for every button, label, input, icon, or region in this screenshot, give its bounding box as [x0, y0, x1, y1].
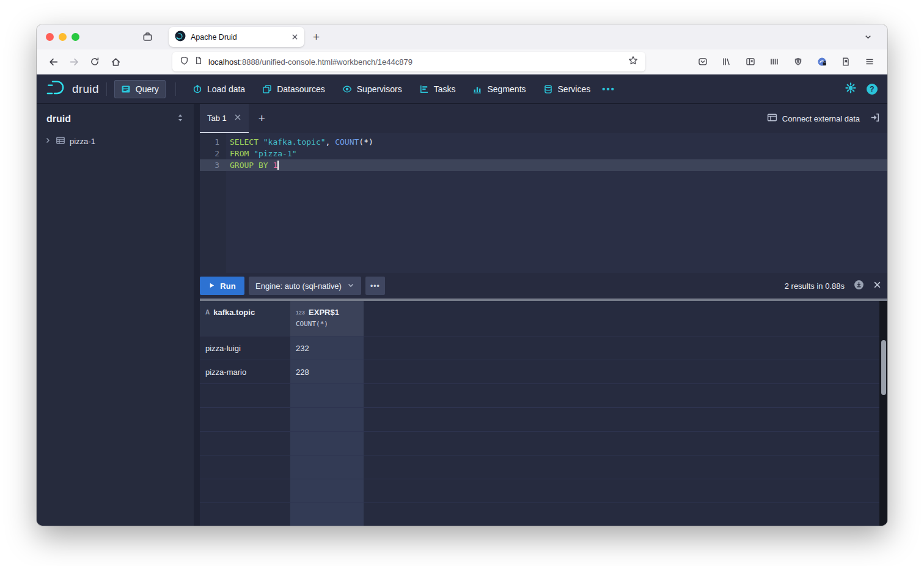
- cell-expr1: [290, 408, 364, 431]
- menu-hamburger-icon[interactable]: [862, 53, 878, 71]
- forward-icon[interactable]: [64, 53, 84, 71]
- external-data-icon: [767, 112, 777, 125]
- bookmark-star-icon[interactable]: [628, 56, 638, 68]
- download-icon[interactable]: [854, 280, 864, 292]
- navbar-divider: [175, 82, 176, 96]
- empty-table-row: [200, 408, 887, 432]
- chevron-down-icon: [347, 281, 354, 291]
- column-header-expr1[interactable]: 123 EXPR$1 COUNT(*): [290, 301, 364, 336]
- results-scrollbar-track[interactable]: [879, 301, 887, 526]
- shield-icon[interactable]: [180, 56, 189, 68]
- extension-page-icon[interactable]: [838, 53, 854, 71]
- open-panel-icon[interactable]: [870, 112, 880, 125]
- results-scrollbar-thumb[interactable]: [881, 340, 886, 395]
- column-header-kafka-topic[interactable]: A kafka.topic: [200, 301, 290, 336]
- close-results-icon[interactable]: [873, 280, 881, 291]
- connect-external-data-label: Connect external data: [782, 114, 860, 123]
- ublock-shield-icon[interactable]: [790, 53, 806, 71]
- nav-item-label: Segments: [487, 84, 526, 94]
- results-panel: A kafka.topic 123 EXPR$1 COUNT(*): [200, 301, 887, 526]
- library-icon[interactable]: [719, 53, 735, 71]
- run-button[interactable]: Run: [200, 277, 244, 295]
- cell-expr1[interactable]: 228: [290, 360, 364, 383]
- settings-gear-icon[interactable]: [845, 82, 856, 96]
- reload-icon[interactable]: [84, 53, 105, 71]
- extension-bars-icon[interactable]: [766, 53, 782, 71]
- browser-tab-title: Apache Druid: [191, 33, 287, 42]
- sidebar-toggle-icon[interactable]: [743, 53, 758, 71]
- table-icon: [56, 136, 65, 147]
- url-text[interactable]: localhost:8888/unified-console.html#work…: [208, 57, 623, 67]
- new-browser-tab-button[interactable]: +: [313, 31, 320, 44]
- pocket-icon[interactable]: [695, 53, 711, 71]
- datasources-icon: [262, 84, 272, 94]
- editor-line-1[interactable]: 1SELECT "kafka.topic", COUNT(*): [200, 136, 887, 148]
- editor-line-2[interactable]: 2FROM "pizza-1": [200, 148, 887, 159]
- play-icon: [208, 281, 215, 291]
- engine-select-button[interactable]: Engine: auto (sql-native): [249, 277, 361, 295]
- nav-item-label: Datasources: [277, 84, 325, 94]
- toolbar-right-icons: [695, 53, 881, 71]
- cell-kafka-topic[interactable]: pizza-luigi: [200, 336, 290, 360]
- zoom-window-button[interactable]: [72, 33, 79, 41]
- close-tab-icon[interactable]: [292, 32, 298, 43]
- window-controls: [37, 33, 89, 41]
- table-row: pizza-luigi232: [200, 336, 887, 360]
- string-type-icon: A: [205, 309, 210, 316]
- connect-external-data-button[interactable]: Connect external data: [767, 112, 860, 125]
- upload-icon: [193, 84, 202, 94]
- cell-expr1[interactable]: 232: [290, 336, 364, 360]
- nav-item-services[interactable]: Services: [537, 80, 598, 98]
- back-icon[interactable]: [43, 53, 64, 71]
- cell-expr1: [290, 384, 364, 407]
- nav-item-label: Query: [136, 84, 159, 94]
- close-window-button[interactable]: [46, 33, 54, 41]
- close-query-tab-icon[interactable]: [234, 114, 241, 123]
- code-text: FROM "pizza-1": [226, 148, 297, 159]
- druid-logo[interactable]: druid: [46, 79, 99, 98]
- eye-icon: [342, 84, 352, 94]
- privacy-extension-icon[interactable]: [814, 53, 830, 71]
- nav-item-segments[interactable]: Segments: [466, 80, 532, 98]
- list-all-tabs-icon[interactable]: [864, 32, 887, 42]
- console-icon: [121, 84, 131, 94]
- nav-item-supervisors[interactable]: Supervisors: [336, 80, 409, 98]
- query-tab-1[interactable]: Tab 1: [200, 104, 249, 133]
- cell-kafka-topic: [200, 479, 290, 503]
- navbar-items: QueryLoad dataDatasourcesSupervisorsTask…: [114, 80, 597, 98]
- sql-editor[interactable]: 1SELECT "kafka.topic", COUNT(*)2FROM "pi…: [200, 133, 887, 273]
- editor-line-3[interactable]: 3GROUP BY 1: [200, 159, 887, 171]
- cell-expr1: [290, 503, 364, 526]
- cell-kafka-topic: [200, 455, 290, 479]
- new-query-tab-button[interactable]: +: [249, 104, 275, 133]
- schema-title: druid: [46, 114, 71, 125]
- chevron-right-icon[interactable]: [44, 137, 51, 146]
- url-bar[interactable]: localhost:8888/unified-console.html#work…: [172, 52, 645, 71]
- home-icon[interactable]: [105, 53, 126, 71]
- database-icon: [543, 84, 553, 94]
- engine-label: Engine: auto (sql-native): [255, 281, 342, 291]
- page-info-icon[interactable]: [194, 56, 203, 67]
- query-tab-label: Tab 1: [207, 114, 227, 123]
- nav-item-query[interactable]: Query: [114, 80, 166, 98]
- sort-icon[interactable]: [177, 114, 184, 125]
- column-name: EXPR$1: [309, 308, 339, 317]
- bar-chart-icon: [472, 84, 482, 94]
- nav-item-label: Services: [558, 84, 591, 94]
- url-host: localhost: [208, 57, 240, 67]
- line-number: 2: [200, 148, 226, 159]
- cell-kafka-topic[interactable]: pizza-mario: [200, 360, 290, 383]
- browser-tab-apache-druid[interactable]: Apache Druid: [169, 27, 304, 47]
- navbar-more-button[interactable]: •••: [597, 84, 620, 94]
- nav-item-load-data[interactable]: Load data: [186, 80, 252, 98]
- datasource-label: pizza-1: [70, 137, 95, 146]
- cell-kafka-topic: [200, 408, 290, 431]
- nav-item-datasources[interactable]: Datasources: [255, 80, 332, 98]
- line-number: 1: [200, 136, 226, 148]
- help-icon[interactable]: ?: [867, 84, 878, 95]
- firefox-view-icon[interactable]: [142, 32, 153, 42]
- run-more-button[interactable]: •••: [365, 277, 385, 295]
- sidebar-item-pizza-1[interactable]: pizza-1: [37, 132, 194, 151]
- minimize-window-button[interactable]: [59, 33, 67, 41]
- nav-item-tasks[interactable]: Tasks: [413, 80, 463, 98]
